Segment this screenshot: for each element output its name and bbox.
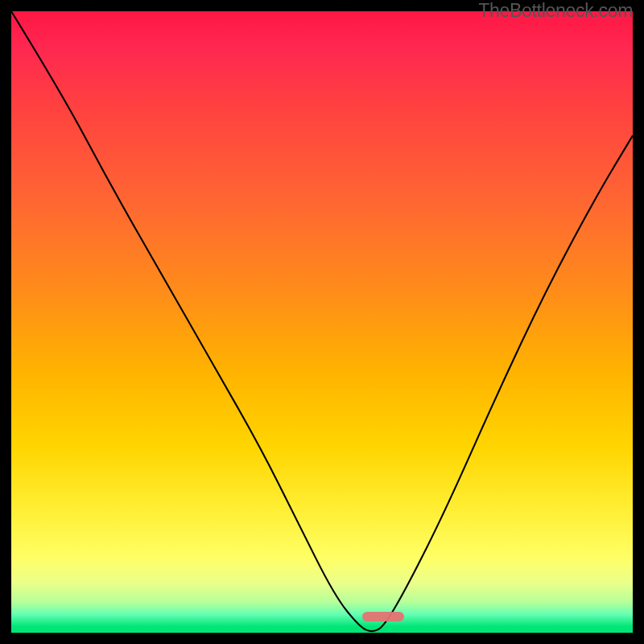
optimal-marker [362, 612, 404, 621]
chart-plot-area [11, 11, 633, 633]
watermark-label: TheBottleneck.com [478, 0, 633, 22]
bottleneck-curve [11, 11, 633, 633]
curve-path [11, 11, 633, 631]
